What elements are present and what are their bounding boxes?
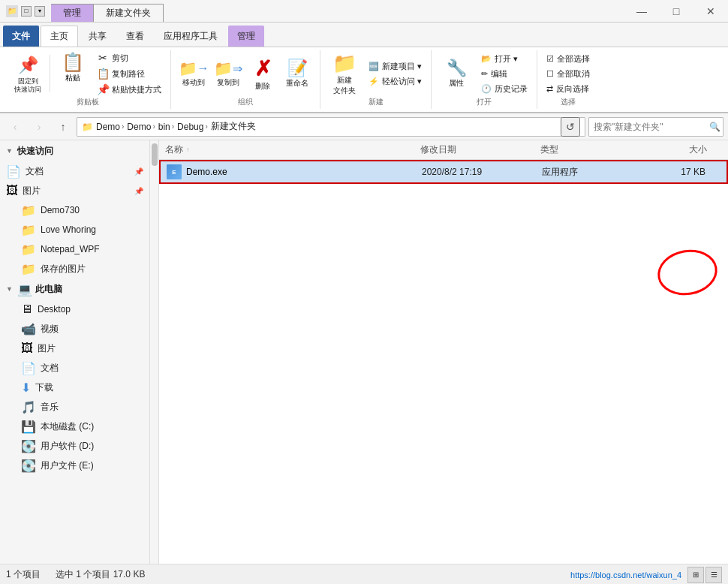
edit-icon: ✏ xyxy=(481,69,488,79)
this-pc-header[interactable]: ▼ 💻 此电脑 xyxy=(0,278,149,300)
open-button[interactable]: 📂 打开 ▾ xyxy=(478,52,531,66)
sidebar-item-videos[interactable]: 📹 视频 xyxy=(0,319,149,339)
rename-button[interactable]: 📝 重命名 xyxy=(281,52,314,95)
forward-button[interactable]: › xyxy=(29,116,50,137)
up-button[interactable]: ↑ xyxy=(53,116,74,137)
sidebar-scrollbar[interactable] xyxy=(150,140,159,564)
sidebar-item-documents[interactable]: 📄 文档 📌 xyxy=(0,161,149,181)
deselect-all-button[interactable]: ☐ 全部取消 xyxy=(543,67,593,81)
clipboard-label: 剪贴板 xyxy=(77,95,99,107)
refresh-button[interactable]: ↺ xyxy=(561,117,580,137)
tab-manage-ribbon[interactable]: 管理 xyxy=(228,26,264,47)
list-view-button[interactable]: ☰ xyxy=(705,567,722,583)
path-part-5[interactable]: 新建文件夹 xyxy=(211,120,256,133)
select-all-icon: ☑ xyxy=(546,54,554,64)
cut-button[interactable]: ✂ 剪切 xyxy=(94,50,164,65)
copy-path-button[interactable]: 📋 复制路径 xyxy=(94,66,164,81)
sidebar-item-demo730[interactable]: 📁 Demo730 xyxy=(0,200,149,220)
open-label: 打开 xyxy=(477,95,492,107)
status-right: https://blog.csdn.net/waixun_4 ⊞ ☰ xyxy=(570,567,722,583)
properties-button[interactable]: 🔧 属性 xyxy=(438,52,475,95)
desktop-icon: 🖥 xyxy=(21,303,33,316)
sidebar-item-pictures-pc[interactable]: 🖼 图片 xyxy=(0,339,149,358)
new-item-btns: 🆕 新建项目 ▾ ⚡ 轻松访问 ▾ xyxy=(366,52,425,95)
move-to-button[interactable]: 📁 → 移动到 xyxy=(177,52,210,95)
tab-app-tools[interactable]: 应用程序工具 xyxy=(155,26,227,47)
col-header-name[interactable]: 名称 ↑ xyxy=(165,143,420,156)
back-button[interactable]: ‹ xyxy=(5,116,26,137)
tab-manage[interactable]: 管理 xyxy=(51,4,94,22)
delete-button[interactable]: ✗ 删除 xyxy=(246,52,279,95)
copy-path-icon: 📋 xyxy=(97,68,109,80)
quick-access-header[interactable]: ▼ 快速访问 xyxy=(0,140,149,161)
file-cell-type: 应用程序 xyxy=(542,166,632,179)
path-part-2[interactable]: Demo › xyxy=(127,122,155,132)
sidebar-item-desktop[interactable]: 🖥 Desktop xyxy=(0,300,149,319)
search-icon: 🔍 xyxy=(709,122,720,132)
invert-select-button[interactable]: ⇄ 反向选择 xyxy=(543,82,593,96)
tab-view[interactable]: 查看 xyxy=(117,26,153,47)
sidebar-item-saved-pictures[interactable]: 📁 保存的图片 xyxy=(0,259,149,278)
col-header-size[interactable]: 大小 xyxy=(630,143,722,156)
documents-icon: 📄 xyxy=(6,164,21,179)
sidebar-item-music[interactable]: 🎵 音乐 xyxy=(0,397,149,417)
sidebar-item-drive-e[interactable]: 💽 用户文件 (E:) xyxy=(0,456,149,475)
open-group: 🔧 属性 📂 打开 ▾ ✏ 编辑 xyxy=(432,50,537,109)
col-header-date[interactable]: 修改日期 xyxy=(420,143,540,156)
quick-access-btn1[interactable]: □ xyxy=(21,6,32,17)
clipboard-group: 📌 固定到快速访问 📋 粘贴 ✂ 剪切 xyxy=(5,50,171,109)
edit-button[interactable]: ✏ 编辑 xyxy=(478,67,531,81)
table-row[interactable]: E Demo.exe 2020/8/2 17:19 应用程序 17 KB xyxy=(159,160,728,184)
easy-access-button[interactable]: ⚡ 轻松访问 ▾ xyxy=(366,74,425,89)
quick-access-btn2[interactable]: ▾ xyxy=(35,6,45,17)
paste-button[interactable]: 📋 粘贴 xyxy=(55,52,91,95)
clipboard-small-btns: ✂ 剪切 📋 复制路径 📌 粘贴快捷方式 xyxy=(94,52,164,95)
path-part-3[interactable]: bin › xyxy=(158,122,174,132)
pin-to-quick-access-button[interactable]: 📌 固定到快速访问 xyxy=(11,52,45,95)
sidebar-item-notepad-wpf[interactable]: 📁 Notepad_WPF xyxy=(0,239,149,259)
history-icon: 🕐 xyxy=(481,84,492,94)
file-area: 名称 ↑ 修改日期 类型 大小 E Demo.exe 2020/8/2 17:1… xyxy=(159,140,728,564)
search-bar[interactable]: 🔍 xyxy=(588,117,723,137)
organize-group-content: 📁 → 移动到 📁 ⇒ 复制到 xyxy=(177,52,314,95)
file-cell-name: E Demo.exe xyxy=(167,164,422,179)
arrow-right-icon: → xyxy=(197,62,209,75)
downloads-icon: ⬇ xyxy=(21,381,31,395)
properties-icon: 🔧 xyxy=(447,59,467,78)
history-button[interactable]: 🕐 历史记录 xyxy=(478,82,531,96)
sidebar-item-drive-d[interactable]: 💽 用户软件 (D:) xyxy=(0,436,149,456)
sidebar-item-documents-pc[interactable]: 📄 文档 xyxy=(0,358,149,378)
tab-share[interactable]: 共享 xyxy=(80,26,116,47)
sidebar-item-love-whoring[interactable]: 📁 Love Whoring xyxy=(0,220,149,239)
paste-shortcut-button[interactable]: 📌 粘贴快捷方式 xyxy=(94,82,164,97)
close-button[interactable]: ✕ xyxy=(693,0,728,23)
address-bar[interactable]: 📁 Demo › Demo › bin › Debug › 新建文件夹 ↺ xyxy=(77,117,585,137)
drive-c-icon: 💾 xyxy=(21,420,36,434)
col-header-type[interactable]: 类型 xyxy=(540,143,630,156)
select-group: ☑ 全部选择 ☐ 全部取消 ⇄ 反向选择 选择 xyxy=(537,50,599,109)
tab-new-folder[interactable]: 新建文件夹 xyxy=(94,4,164,22)
window-controls: — □ ✕ xyxy=(624,0,728,22)
select-all-button[interactable]: ☑ 全部选择 xyxy=(543,52,593,66)
sidebar-item-downloads[interactable]: ⬇ 下载 xyxy=(0,378,149,397)
new-item-button[interactable]: 🆕 新建项目 ▾ xyxy=(366,59,425,74)
path-part-1[interactable]: Demo › xyxy=(96,122,124,132)
path-part-4[interactable]: Debug › xyxy=(177,122,208,132)
drive-d-icon: 💽 xyxy=(21,439,36,453)
delete-icon: ✗ xyxy=(254,56,272,81)
selected-info: 选中 1 个项目 17.0 KB xyxy=(56,568,145,581)
minimize-button[interactable]: — xyxy=(624,0,659,23)
search-input[interactable] xyxy=(594,122,706,132)
copy-to-button[interactable]: 📁 ⇒ 复制到 xyxy=(212,52,245,95)
cut-icon: ✂ xyxy=(97,52,109,64)
tab-home[interactable]: 主页 xyxy=(41,26,78,47)
select-group-content: ☑ 全部选择 ☐ 全部取消 ⇄ 反向选择 xyxy=(543,52,593,95)
file-list: E Demo.exe 2020/8/2 17:19 应用程序 17 KB xyxy=(159,160,728,564)
tab-file[interactable]: 文件 xyxy=(3,26,39,47)
new-folder-button[interactable]: 📁 新建文件夹 xyxy=(326,52,362,95)
grid-view-button[interactable]: ⊞ xyxy=(687,567,704,583)
demo730-icon: 📁 xyxy=(21,203,36,218)
sidebar-item-pictures[interactable]: 🖼 图片 📌 xyxy=(0,181,149,200)
maximize-button[interactable]: □ xyxy=(659,0,693,23)
sidebar-item-drive-c[interactable]: 💾 本地磁盘 (C:) xyxy=(0,417,149,436)
